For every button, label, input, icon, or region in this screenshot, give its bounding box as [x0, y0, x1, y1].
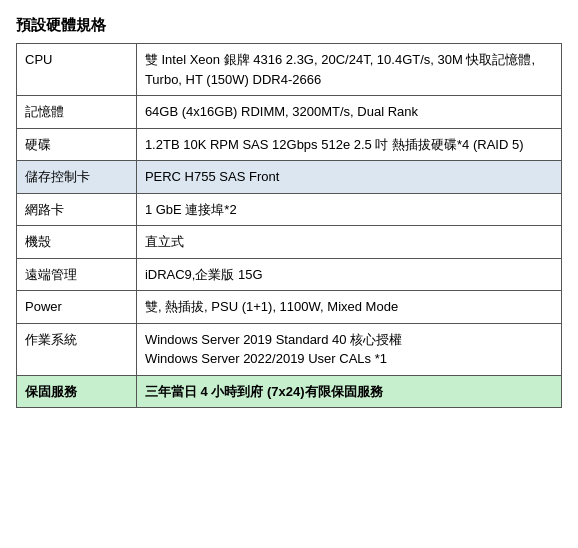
row-value: PERC H755 SAS Front — [136, 161, 561, 194]
row-value: 雙, 熱插拔, PSU (1+1), 1100W, Mixed Mode — [136, 291, 561, 324]
row-label: 遠端管理 — [17, 258, 137, 291]
specs-table: CPU雙 Intel Xeon 銀牌 4316 2.3G, 20C/24T, 1… — [16, 43, 562, 408]
page-title: 預設硬體規格 — [16, 16, 562, 35]
row-label: 作業系統 — [17, 323, 137, 375]
row-label: 機殼 — [17, 226, 137, 259]
row-value: iDRAC9,企業版 15G — [136, 258, 561, 291]
table-row: Power雙, 熱插拔, PSU (1+1), 1100W, Mixed Mod… — [17, 291, 562, 324]
row-value: 直立式 — [136, 226, 561, 259]
row-label: 硬碟 — [17, 128, 137, 161]
row-value: 雙 Intel Xeon 銀牌 4316 2.3G, 20C/24T, 10.4… — [136, 44, 561, 96]
row-label: 網路卡 — [17, 193, 137, 226]
table-row: CPU雙 Intel Xeon 銀牌 4316 2.3G, 20C/24T, 1… — [17, 44, 562, 96]
row-value: 1 GbE 連接埠*2 — [136, 193, 561, 226]
table-row: 儲存控制卡PERC H755 SAS Front — [17, 161, 562, 194]
table-row: 記憶體64GB (4x16GB) RDIMM, 3200MT/s, Dual R… — [17, 96, 562, 129]
table-row: 作業系統Windows Server 2019 Standard 40 核心授權… — [17, 323, 562, 375]
row-label: Power — [17, 291, 137, 324]
table-row: 遠端管理iDRAC9,企業版 15G — [17, 258, 562, 291]
table-row: 網路卡1 GbE 連接埠*2 — [17, 193, 562, 226]
row-value: 64GB (4x16GB) RDIMM, 3200MT/s, Dual Rank — [136, 96, 561, 129]
table-row: 硬碟1.2TB 10K RPM SAS 12Gbps 512e 2.5 吋 熱插… — [17, 128, 562, 161]
table-row: 機殼直立式 — [17, 226, 562, 259]
row-value: 1.2TB 10K RPM SAS 12Gbps 512e 2.5 吋 熱插拔硬… — [136, 128, 561, 161]
table-row: 保固服務三年當日 4 小時到府 (7x24)有限保固服務 — [17, 375, 562, 408]
row-value: Windows Server 2019 Standard 40 核心授權Wind… — [136, 323, 561, 375]
row-label: 保固服務 — [17, 375, 137, 408]
row-label: 儲存控制卡 — [17, 161, 137, 194]
row-label: 記憶體 — [17, 96, 137, 129]
row-value: 三年當日 4 小時到府 (7x24)有限保固服務 — [136, 375, 561, 408]
row-label: CPU — [17, 44, 137, 96]
